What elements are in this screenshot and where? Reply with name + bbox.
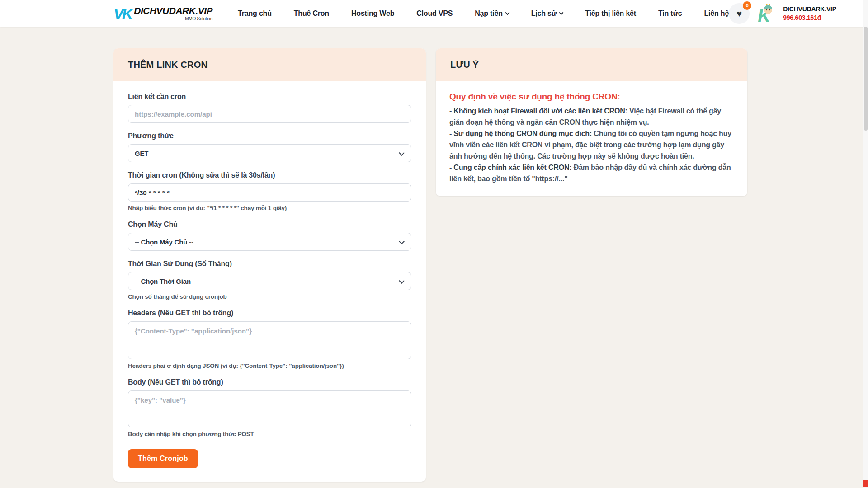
field-group-method: Phương thức GET (128, 132, 411, 162)
method-label: Phương thức (128, 132, 411, 140)
user-info[interactable]: DICHVUDARK.VIP 996.603.161đ (783, 5, 836, 21)
chevron-down-icon (559, 10, 564, 15)
notes-title: LƯU Ý (450, 60, 479, 70)
body-label: Body (Nếu GET thì bỏ trống) (128, 378, 411, 386)
note-item: - Sử dụng hệ thống CRON đúng mục đích: C… (449, 128, 734, 162)
user-balance: 996.603.161đ (783, 14, 836, 21)
add-cronjob-button[interactable]: Thêm Cronjob (128, 449, 198, 468)
nav-item-nap-tien[interactable]: Nạp tiền (475, 9, 509, 18)
notes-heading: Quy định về việc sử dụng hệ thống CRON: (449, 92, 734, 102)
chevron-down-icon (399, 150, 405, 156)
nav-item-thue-cron[interactable]: Thuê Cron (294, 9, 329, 18)
field-group-link: Liên kết cần cron (128, 93, 411, 123)
page-content: THÊM LINK CRON Liên kết cần cron Phương … (0, 27, 868, 482)
cron-expression-input[interactable] (128, 183, 411, 202)
link-input[interactable] (128, 105, 411, 123)
scrollbar-thumb[interactable] (864, 27, 868, 131)
nav-item-cloud-vps[interactable]: Cloud VPS (416, 9, 453, 18)
link-label: Liên kết cần cron (128, 93, 411, 101)
add-cron-card: THÊM LINK CRON Liên kết cần cron Phương … (113, 48, 426, 482)
header-user-area: ♥ 0 K DICHVUDARK.VIP 996.603.161đ (729, 3, 836, 24)
add-cron-form: Liên kết cần cron Phương thức GET Thời g… (113, 81, 426, 482)
logo-site-name: DICHVUDARK.VIP (134, 6, 212, 15)
add-cron-card-header: THÊM LINK CRON (113, 48, 426, 81)
field-group-body: Body (Nếu GET thì bỏ trống) Body cần nhậ… (128, 378, 411, 437)
duration-label: Thời Gian Sử Dụng (Số Tháng) (128, 260, 411, 268)
server-label: Chọn Máy Chủ (128, 221, 411, 229)
scroll-corner-button[interactable] (863, 480, 868, 487)
body-helper-text: Body cần nhập khi chọn phương thức POST (128, 431, 411, 437)
server-select[interactable]: -- Chọn Máy Chủ -- (128, 233, 411, 251)
wishlist-button[interactable]: ♥ 0 (729, 3, 750, 24)
cron-time-label: Thời gian cron (Không sữa thì sẽ là 30s/… (128, 171, 411, 179)
nav-item-trang-chu[interactable]: Trang chủ (238, 9, 272, 18)
chevron-down-icon (399, 278, 405, 284)
duration-select[interactable]: -- Chọn Thời Gian -- (128, 272, 411, 290)
user-name: DICHVUDARK.VIP (783, 5, 836, 13)
logo-vk-icon: VK (113, 6, 131, 21)
add-cron-title: THÊM LINK CRON (128, 60, 208, 70)
avatar-mascot-icon: K (756, 3, 777, 24)
field-group-cron-time: Thời gian cron (Không sữa thì sẽ là 30s/… (128, 171, 411, 211)
headers-textarea[interactable] (128, 321, 411, 359)
nav-item-tin-tuc[interactable]: Tin tức (658, 9, 682, 18)
main-nav: Trang chủ Thuê Cron Hosting Web Cloud VP… (238, 9, 729, 18)
note-item: - Không kích hoạt Firewall đối với các l… (449, 105, 734, 128)
field-group-headers: Headers (Nếu GET thì bỏ trống) Headers p… (128, 309, 411, 369)
notes-body: Quy định về việc sử dụng hệ thống CRON: … (436, 81, 747, 196)
duration-helper-text: Chọn số tháng để sử dụng cronjob (128, 293, 411, 300)
logo-tagline: MMO Solution (185, 16, 212, 21)
nav-item-lien-he[interactable]: Liên hệ (704, 9, 729, 18)
nav-item-hosting-web[interactable]: Hosting Web (351, 9, 394, 18)
body-textarea[interactable] (128, 390, 411, 427)
nav-item-tiep-thi-lien-ket[interactable]: Tiếp thị liên kết (585, 9, 636, 18)
page-scrollbar[interactable] (863, 0, 868, 488)
top-navigation-bar: VK DICHVUDARK.VIP MMO Solution Trang chủ… (0, 0, 868, 27)
wishlist-count-badge: 0 (743, 1, 751, 10)
headers-label: Headers (Nếu GET thì bỏ trống) (128, 309, 411, 317)
site-logo[interactable]: VK DICHVUDARK.VIP MMO Solution (113, 6, 212, 21)
chevron-down-icon (505, 10, 509, 15)
chevron-down-icon (399, 239, 405, 244)
method-select[interactable]: GET (128, 144, 411, 162)
notes-card: LƯU Ý Quy định về việc sử dụng hệ thống … (436, 48, 747, 196)
heart-icon: ♥ (736, 9, 742, 18)
cron-helper-text: Nhập biểu thức cron (ví dụ: "*/1 * * * *… (128, 205, 411, 211)
headers-helper-text: Headers phải ở định dạng JSON (ví dụ: {"… (128, 362, 411, 369)
field-group-server: Chọn Máy Chủ -- Chọn Máy Chủ -- (128, 221, 411, 251)
note-item: - Cung cấp chính xác liên kết CRON: Đảm … (449, 162, 734, 184)
field-group-duration: Thời Gian Sử Dụng (Số Tháng) -- Chọn Thờ… (128, 260, 411, 300)
notes-card-header: LƯU Ý (436, 48, 747, 81)
nav-item-lich-su[interactable]: Lịch sử (531, 9, 563, 18)
user-avatar[interactable]: K (756, 3, 777, 24)
